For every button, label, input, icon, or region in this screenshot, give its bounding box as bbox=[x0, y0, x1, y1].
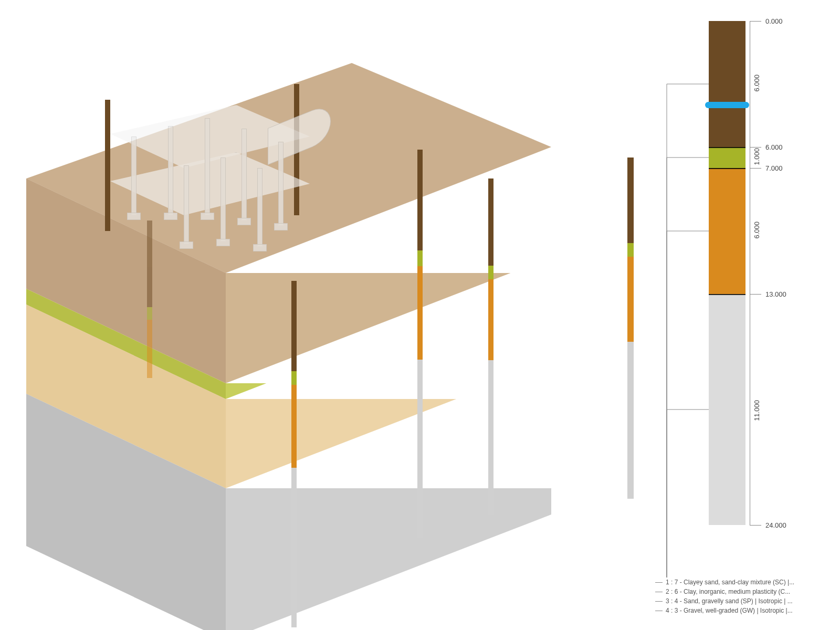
legend-text: 1 : 7 - Clayey sand, sand-clay mixture (… bbox=[666, 578, 794, 587]
depth-label: 0.000 bbox=[765, 17, 783, 25]
legend-text: 3 : 4 - Sand, gravelly sand (SP) | Isotr… bbox=[666, 596, 793, 606]
stratum-2 bbox=[709, 147, 746, 168]
borehole bbox=[488, 178, 494, 514]
thickness-label: 11.000 bbox=[753, 400, 761, 421]
legend-row: 1 : 7 - Clayey sand, sand-clay mixture (… bbox=[655, 578, 834, 587]
depth-label: 6.000 bbox=[765, 143, 783, 151]
soil-profile-column bbox=[709, 21, 746, 525]
water-table-marker bbox=[705, 102, 749, 108]
legend-row: 3 : 4 - Sand, gravelly sand (SP) | Isotr… bbox=[655, 596, 834, 606]
depth-axis: 0.0006.0007.00013.00024.0006.0001.0006.0… bbox=[750, 21, 813, 525]
building-ghost bbox=[110, 105, 331, 252]
borehole bbox=[417, 150, 423, 538]
legend-text: 4 : 3 - Gravel, well-graded (GW) | Isotr… bbox=[666, 606, 793, 615]
layer4-side bbox=[226, 488, 551, 630]
legend-row: 2 : 6 - Clay, inorganic, medium plastici… bbox=[655, 587, 834, 596]
thickness-label: 6.000 bbox=[753, 222, 761, 239]
legend-tick-icon bbox=[655, 592, 663, 592]
soil-legend: 1 : 7 - Clayey sand, sand-clay mixture (… bbox=[655, 578, 834, 615]
borehole bbox=[105, 100, 110, 231]
stratum-1 bbox=[709, 21, 746, 147]
borehole-isolated bbox=[627, 158, 634, 499]
borehole bbox=[291, 281, 297, 627]
soil-3d-view bbox=[0, 0, 578, 630]
legend-tick-icon bbox=[655, 611, 663, 611]
legend-row: 4 : 3 - Gravel, well-graded (GW) | Isotr… bbox=[655, 606, 834, 615]
stratum-3 bbox=[709, 168, 746, 294]
depth-label: 24.000 bbox=[765, 521, 786, 529]
thickness-label: 1.000 bbox=[753, 148, 761, 165]
legend-tick-icon bbox=[655, 582, 663, 583]
legend-tick-icon bbox=[655, 601, 663, 602]
depth-label: 7.000 bbox=[765, 164, 783, 172]
iso-stack bbox=[26, 63, 551, 588]
depth-label: 13.000 bbox=[765, 290, 786, 298]
stratum-4 bbox=[709, 294, 746, 525]
legend-text: 2 : 6 - Clay, inorganic, medium plastici… bbox=[666, 587, 790, 596]
thickness-label: 6.000 bbox=[753, 75, 761, 92]
